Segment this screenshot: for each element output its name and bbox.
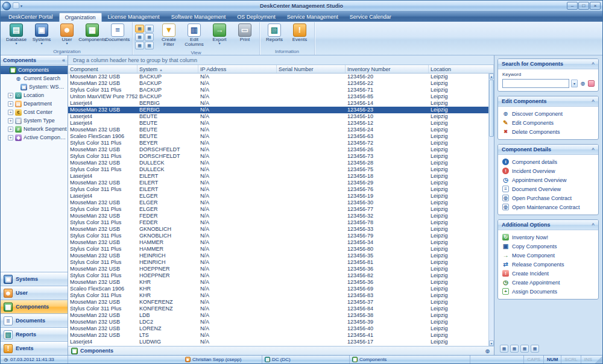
grid-row[interactable]: Stylus Color 311 PlusGKNOBLICHN/A123456-… bbox=[68, 233, 488, 239]
view-mode-button-3[interactable] bbox=[135, 33, 144, 41]
incident-overview-link[interactable]: Incident Overview bbox=[502, 166, 595, 175]
panel-layout-button-4[interactable] bbox=[531, 345, 539, 353]
tree-item-network-segment[interactable]: +Network Segment bbox=[1, 125, 68, 133]
scrollbar-thumb[interactable] bbox=[489, 80, 494, 137]
grid-row[interactable]: MouseMan 232 USBLDC2N/A123456-39Leipzig bbox=[68, 319, 488, 325]
documents-button[interactable]: Documents bbox=[106, 23, 130, 42]
grid-row[interactable]: Stylus Color 311 PlusBEYERN/A123456-72Le… bbox=[68, 140, 488, 146]
chevron-down-icon[interactable]: ▾ bbox=[21, 4, 22, 8]
clear-icon[interactable] bbox=[588, 80, 595, 87]
expand-icon[interactable]: + bbox=[8, 110, 13, 115]
grid-row[interactable]: Laserjet4BEUTEN/A123456-10Leipzig bbox=[68, 113, 488, 120]
grid-row[interactable]: Stylus Color 311 PlusKONFERENZN/A123456-… bbox=[68, 306, 488, 312]
grid-row[interactable]: Stylus Color 311 PlusHAMMERN/A123456-80L… bbox=[68, 246, 488, 253]
grid-row[interactable]: Stylus Color 311 PlusELGERN/A123456-77Le… bbox=[68, 206, 488, 213]
expand-icon[interactable]: + bbox=[8, 135, 13, 140]
discover-component-link[interactable]: Discover Component bbox=[502, 109, 595, 118]
panel-layout-button-2[interactable] bbox=[510, 345, 519, 353]
collapse-icon[interactable] bbox=[592, 222, 595, 228]
expand-icon[interactable]: + bbox=[8, 93, 13, 98]
assign-documents-link[interactable]: Assign Documents bbox=[502, 287, 595, 296]
grid-row[interactable]: MouseMan 232 USBHOEPPNERN/A123456-36Leip… bbox=[68, 266, 488, 272]
panel-header[interactable]: Search for Components bbox=[498, 59, 598, 69]
grid-row[interactable]: MouseMan 232 USBHAMMERN/A123456-34Leipzi… bbox=[68, 239, 488, 246]
tree-item-components[interactable]: Components bbox=[1, 66, 68, 74]
grid-row[interactable]: MouseMan 232 USBLORENZN/A123456-40Leipzi… bbox=[68, 325, 488, 332]
grid-row[interactable]: MouseMan 232 USBHEINRICHN/A123456-35Leip… bbox=[68, 253, 488, 259]
keyword-input[interactable] bbox=[502, 79, 569, 88]
components-button[interactable]: Components bbox=[80, 23, 104, 42]
tree-item-department[interactable]: +Department bbox=[1, 99, 68, 108]
view-mode-button-4[interactable] bbox=[145, 33, 154, 41]
grid-row[interactable]: MouseMan 232 USBBACKUPN/A123456-20Leipzi… bbox=[68, 74, 488, 80]
grid-row[interactable]: Uniton MaxVIEW Pure 7752BACKUPN/A123456-… bbox=[68, 93, 488, 100]
column-header-location[interactable]: Location bbox=[429, 65, 494, 73]
grid-row[interactable]: Laserjet4EILERTN/A123456-18Leipzig bbox=[68, 173, 488, 180]
tab-software-management[interactable]: Software Management bbox=[166, 13, 232, 22]
scrollbar-track[interactable] bbox=[489, 137, 494, 340]
inventory-now-link[interactable]: Inventory Now! bbox=[502, 233, 595, 242]
tab-service-calendar[interactable]: Service Calendar bbox=[344, 13, 397, 22]
collapse-icon[interactable] bbox=[592, 99, 595, 104]
open-maintenance-contract-link[interactable]: Open Maintenance Contract bbox=[502, 202, 595, 212]
grid-row[interactable]: Laserjet4BERBIGN/A123456-14Leipzig bbox=[68, 100, 488, 107]
expand-icon[interactable]: + bbox=[8, 127, 13, 132]
tree-item-system-type[interactable]: +System Type bbox=[1, 116, 68, 125]
expand-icon[interactable]: + bbox=[8, 101, 13, 107]
sidebar-item-systems[interactable]: Systems bbox=[1, 272, 68, 286]
panel-layout-button-1[interactable] bbox=[500, 345, 508, 353]
collapse-icon[interactable] bbox=[592, 147, 595, 152]
grid-row[interactable]: Laserjet4LUDWIGN/A123456-17Leipzig bbox=[68, 339, 488, 345]
grid-row[interactable]: MouseMan 232 USBFEDERN/A123456-32Leipzig bbox=[68, 213, 488, 219]
appointment-overview-link[interactable]: Appointment Overview bbox=[502, 175, 595, 184]
delete-components-link[interactable]: Delete Components bbox=[502, 127, 595, 136]
create-appointment-link[interactable]: Create Appointment bbox=[502, 278, 595, 287]
grid-row[interactable]: MouseMan 232 USBDULLECKN/A123456-28Leipz… bbox=[68, 160, 488, 166]
collapse-panel-icon[interactable]: « bbox=[62, 57, 65, 63]
grid-row[interactable]: Stylus Color 311 PlusHOEPPNERN/A123456-8… bbox=[68, 272, 488, 279]
grid-row[interactable]: Laserjet4BEUTEN/A123456-12Leipzig bbox=[68, 120, 488, 127]
column-header-serial-number[interactable]: Serial Number bbox=[277, 65, 346, 73]
panel-layout-button-3[interactable] bbox=[520, 345, 529, 353]
panel-header[interactable]: Component Details bbox=[498, 145, 598, 155]
sidebar-item-events[interactable]: Events bbox=[1, 341, 68, 355]
tab-service-management[interactable]: Service Management bbox=[282, 13, 344, 22]
release-components-link[interactable]: Release Components bbox=[502, 260, 595, 269]
grid-row[interactable]: MouseMan 232 USBEILERTN/A123456-29Leipzi… bbox=[68, 180, 488, 186]
column-header-component[interactable]: Component bbox=[68, 65, 137, 73]
close-button[interactable]: × bbox=[590, 2, 601, 10]
sidebar-item-documents[interactable]: Documents bbox=[1, 313, 68, 327]
document-overview-link[interactable]: Document Overview bbox=[502, 184, 595, 193]
grid-row[interactable]: Scaleo FlexScan 1906BEUTEN/A123456-63Lei… bbox=[68, 133, 488, 140]
grid-row[interactable]: Scaleo FlexScan 1906KHRN/A123456-69Leipz… bbox=[68, 286, 488, 292]
grid-row[interactable]: Laserjet4ELGERN/A123456-19Leipzig bbox=[68, 193, 488, 199]
print-button[interactable]: Print bbox=[233, 23, 257, 42]
tree-item-location[interactable]: +Location bbox=[1, 91, 68, 99]
database-button[interactable]: Database▾ bbox=[4, 23, 28, 45]
vertical-scrollbar[interactable] bbox=[488, 74, 494, 346]
grid-row[interactable]: MouseMan 232 USBBERBIGN/A123456-23Leipzi… bbox=[68, 107, 488, 113]
open-purchase-contract-link[interactable]: Open Purchase Contract bbox=[502, 193, 595, 202]
panel-header[interactable]: Edit Components bbox=[498, 96, 598, 107]
scroll-up-icon[interactable] bbox=[489, 74, 494, 79]
view-mode-button-5[interactable] bbox=[135, 42, 144, 49]
grid-row[interactable]: Stylus Color 311 PlusHEINRICHN/A123456-8… bbox=[68, 259, 488, 266]
grid-row[interactable]: Stylus Color 311 PlusKHRN/A123456-83Leip… bbox=[68, 292, 488, 299]
panel-header[interactable]: Additional Options bbox=[498, 220, 598, 230]
copy-components-link[interactable]: Copy Components bbox=[502, 242, 595, 251]
edit-columns-button[interactable]: Edit Columns bbox=[182, 23, 206, 48]
chevron-down-icon[interactable]: ▾ bbox=[571, 80, 578, 87]
search-icon[interactable] bbox=[484, 348, 491, 354]
collapse-icon[interactable] bbox=[592, 61, 595, 67]
sidebar-item-user[interactable]: User bbox=[1, 286, 68, 300]
export-button[interactable]: Export▾ bbox=[207, 23, 232, 45]
minimize-button[interactable]: – bbox=[567, 2, 578, 10]
scroll-down-icon[interactable] bbox=[489, 340, 494, 346]
view-mode-button-1[interactable] bbox=[135, 25, 144, 33]
maximize-button[interactable]: □ bbox=[578, 2, 589, 10]
grid-row[interactable]: Stylus Color 311 PlusBACKUPN/A123456-71L… bbox=[68, 87, 488, 93]
sidebar-item-components[interactable]: Components bbox=[1, 300, 68, 313]
component-details-link[interactable]: Component details bbox=[502, 157, 595, 166]
column-header-system[interactable]: System bbox=[137, 65, 198, 73]
quick-access-icon[interactable] bbox=[13, 2, 19, 9]
